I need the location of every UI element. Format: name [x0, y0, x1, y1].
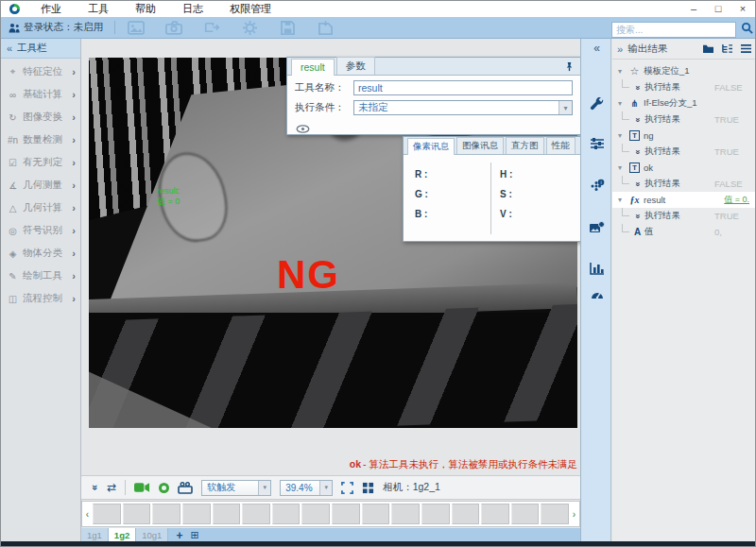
- caret-down-icon[interactable]: ▾: [618, 99, 627, 108]
- frame-thumbnail[interactable]: [242, 504, 270, 524]
- tree-child-label: 执行结果: [644, 145, 680, 158]
- image-info-icon[interactable]: [581, 220, 612, 234]
- tree-node-ok[interactable]: ▾Tok: [612, 160, 756, 176]
- tool-name-input[interactable]: [353, 80, 573, 95]
- bar-chart-icon[interactable]: [581, 262, 612, 275]
- search-input[interactable]: [611, 22, 736, 38]
- flow-tab-1g2[interactable]: 1g2: [109, 528, 136, 542]
- caret-down-icon[interactable]: ▾: [618, 67, 627, 76]
- menu-item-2[interactable]: 帮助: [135, 2, 156, 16]
- scroll-left-icon[interactable]: ‹: [82, 509, 93, 520]
- sidebar-item-object-classify[interactable]: ◈物体分类›: [1, 242, 80, 265]
- frame-thumbnail[interactable]: [332, 504, 360, 524]
- trigger-mode-select[interactable]: 软触发 ▾: [201, 480, 271, 496]
- film-run-icon[interactable]: [178, 482, 193, 494]
- process-info-icon[interactable]: i: [581, 179, 612, 194]
- sliders-icon[interactable]: [581, 137, 612, 150]
- menu-item-3[interactable]: 日志: [182, 2, 203, 16]
- menu-icon[interactable]: [740, 43, 752, 54]
- wrench-icon[interactable]: [581, 97, 612, 112]
- frame-thumbnail[interactable]: [123, 504, 151, 524]
- multi-view-grid-icon[interactable]: [362, 482, 374, 494]
- record-stop-icon[interactable]: [159, 483, 169, 493]
- tree-node-result[interactable]: ▾ƒxresult值 = 0.: [612, 192, 756, 208]
- window-controls: – □ ×: [687, 4, 749, 14]
- tree-view-icon[interactable]: [721, 43, 733, 54]
- add-flow-button[interactable]: +: [168, 528, 190, 542]
- symbol-recognition-icon: ◎: [6, 226, 20, 236]
- sidebar-item-symbol-recognition[interactable]: ◎符号识别›: [1, 219, 80, 242]
- frame-thumbnail[interactable]: [152, 504, 180, 524]
- caret-down-icon[interactable]: ▾: [618, 196, 627, 204]
- folder-icon[interactable]: [702, 43, 714, 54]
- collapse-sidebar-icon[interactable]: «: [7, 43, 12, 54]
- exec-condition-select[interactable]: 未指定 ▾: [353, 100, 573, 115]
- frame-thumbnail[interactable]: [421, 504, 450, 524]
- flow-tab-10g1[interactable]: 10g1: [136, 528, 168, 542]
- live-camera-icon[interactable]: [134, 482, 150, 493]
- swap-source-icon[interactable]: ⇄: [107, 481, 116, 494]
- tree-child-执行结果[interactable]: »执行结果FALSE: [612, 79, 756, 95]
- caret-down-icon[interactable]: ▾: [618, 163, 627, 172]
- menu-item-0[interactable]: 作业: [41, 2, 61, 16]
- frame-thumbnail[interactable]: [182, 504, 211, 524]
- tab-pixel-info[interactable]: 像素讯息: [407, 138, 455, 155]
- flow-tab-1g1[interactable]: 1g1: [81, 528, 109, 542]
- frame-thumbnail[interactable]: [213, 504, 241, 524]
- tree-child-执行结果[interactable]: »执行结果TRUE: [612, 208, 756, 224]
- zoom-level-select[interactable]: 39.4% ▾: [280, 480, 333, 496]
- frame-thumbnail[interactable]: [481, 504, 509, 524]
- tree-child-执行结果[interactable]: »执行结果TRUE: [612, 144, 756, 160]
- sidebar-item-image-transform[interactable]: ↻图像变换›: [1, 106, 80, 128]
- frame-thumbnail[interactable]: [511, 504, 540, 524]
- tab-params[interactable]: 参数: [336, 57, 375, 75]
- tree-child-执行结果[interactable]: »执行结果FALSE: [612, 176, 756, 192]
- frame-thumbnail[interactable]: [93, 504, 121, 524]
- flow-grid-icon[interactable]: ⊞: [190, 528, 198, 542]
- pin-icon[interactable]: [564, 61, 575, 72]
- sidebar-item-geometry-calc[interactable]: △几何计算›: [1, 197, 80, 219]
- tab-result[interactable]: result: [291, 59, 335, 76]
- collapse-panel-icon[interactable]: »: [90, 485, 101, 490]
- tree-child-执行结果[interactable]: »执行结果TRUE: [612, 111, 756, 128]
- menu-item-4[interactable]: 权限管理: [230, 2, 271, 16]
- sidebar-item-feature-locate[interactable]: ⌖特征定位›: [1, 60, 80, 83]
- tree-connector: [622, 79, 629, 88]
- tree-node-模板定位_1[interactable]: ▾☆模板定位_1: [612, 63, 756, 79]
- tree-node-ng[interactable]: ▾Tng: [612, 128, 756, 144]
- frame-thumbnail[interactable]: [541, 504, 569, 524]
- tree-node-If-Else分支_1[interactable]: ▾⋔If-Else分支_1: [612, 95, 756, 111]
- search-icon[interactable]: [741, 22, 753, 34]
- eye-icon[interactable]: [296, 125, 310, 133]
- gauge-icon[interactable]: [581, 288, 612, 299]
- minimize-button[interactable]: –: [687, 4, 700, 14]
- tab-image-info[interactable]: 图像讯息: [456, 137, 504, 154]
- collapse-strip-icon[interactable]: «: [581, 42, 612, 55]
- frame-thumbnail[interactable]: [391, 504, 420, 524]
- sidebar-item-flow-control[interactable]: ◫流程控制›: [1, 287, 80, 310]
- caret-down-icon[interactable]: ▾: [618, 131, 627, 140]
- frame-thumbnail[interactable]: [452, 504, 480, 524]
- sidebar-item-geometry-measure[interactable]: ∡几何测量›: [1, 174, 80, 197]
- count-detect-icon: #n: [6, 135, 20, 145]
- sidebar-header: « 工具栏: [1, 39, 80, 59]
- expand-panel-icon[interactable]: »: [617, 43, 623, 55]
- menu-item-1[interactable]: 工具: [88, 2, 109, 16]
- tab-histogram[interactable]: 直方图: [506, 137, 544, 154]
- frame-thumbnail[interactable]: [301, 504, 330, 524]
- tree-child-值[interactable]: A值0,: [612, 224, 756, 240]
- sidebar-item-presence-check[interactable]: ☑有无判定›: [1, 151, 80, 174]
- close-button[interactable]: ×: [736, 4, 749, 14]
- settings-icon: [240, 20, 259, 35]
- fit-view-icon[interactable]: [341, 482, 353, 494]
- sidebar-item-count-detect[interactable]: #n数量检测›: [1, 128, 80, 151]
- frame-thumbnail[interactable]: [362, 504, 390, 524]
- sidebar-item-draw-tools[interactable]: ✎绘制工具›: [1, 265, 80, 287]
- tab-performance[interactable]: 性能: [546, 137, 576, 154]
- maximize-button[interactable]: □: [712, 4, 725, 14]
- sidebar-item-label: 流程控制: [23, 292, 72, 305]
- geometry-calc-icon: △: [6, 203, 20, 214]
- scroll-right-icon[interactable]: ›: [569, 509, 579, 520]
- frame-thumbnail[interactable]: [272, 504, 301, 524]
- sidebar-item-basic-calc[interactable]: ∞基础计算›: [1, 83, 80, 106]
